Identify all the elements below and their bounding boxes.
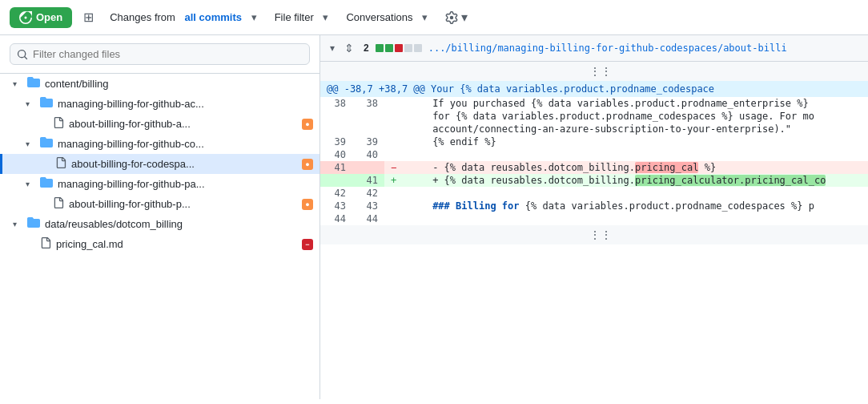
folder-chevron-icon: ▾ <box>13 79 22 88</box>
diff-line: account/connecting-an-azure-subscription… <box>320 123 868 135</box>
folder-chevron-icon: ▾ <box>26 139 35 148</box>
expand-diff-button[interactable]: ⇕ <box>341 40 357 56</box>
changes-caret-icon: ▾ <box>251 11 257 23</box>
file-badge: ● <box>302 159 313 170</box>
tree-item-label: about-billing-for-codespa... <box>71 158 297 170</box>
search-input[interactable] <box>10 43 310 65</box>
folder-icon <box>27 216 40 232</box>
folder-icon <box>40 136 53 152</box>
old-line-num: 42 <box>320 187 352 200</box>
file-tree-sidebar: ▾content/billing▾managing-billing-for-gi… <box>0 35 320 399</box>
tree-item-label: content/billing <box>45 78 313 90</box>
file-badge: − <box>302 239 313 250</box>
old-line-num: 38 <box>320 97 352 110</box>
stat-box-green <box>385 44 393 52</box>
diff-sign <box>384 123 403 135</box>
expand-up-icon: ⋮⋮ <box>589 65 612 78</box>
folder-chevron-icon: ▾ <box>13 220 22 228</box>
old-line-num <box>320 123 352 135</box>
tree-item-content-billing[interactable]: ▾content/billing <box>0 74 319 94</box>
diff-sign: − <box>384 161 403 174</box>
stat-box-gray <box>404 44 412 52</box>
expand-dots-bottom-row[interactable]: ⋮⋮ <box>320 225 868 244</box>
expand-panel-icon[interactable]: ⊞ <box>83 10 94 25</box>
folder-chevron-icon: ▾ <box>26 180 35 188</box>
diff-file-path: .../billing/managing-billing-for-github-… <box>428 42 787 54</box>
diff-line: 41− - {% data reusables.dotcom_billing.p… <box>320 161 868 174</box>
file-icon <box>40 236 51 252</box>
old-line-num: 39 <box>320 135 352 148</box>
file-filter-caret-icon: ▾ <box>323 11 328 23</box>
new-line-num: 41 <box>352 174 384 187</box>
diff-code: If you purchased {% data variables.produ… <box>403 97 868 110</box>
tree-item-label: about-billing-for-github-a... <box>69 118 297 130</box>
new-line-num: 44 <box>352 212 384 225</box>
diff-sign <box>384 148 403 161</box>
new-line-num: 43 <box>352 200 384 212</box>
diff-file-header: ▾ ⇕ 2 .../billing/managing-billing-for-g… <box>320 35 868 62</box>
diff-sign: + <box>384 174 403 187</box>
old-line-num: 43 <box>320 200 352 212</box>
diff-line: 3939 {% endif %} <box>320 135 868 148</box>
tree-item-managing-pa[interactable]: ▾managing-billing-for-github-pa... <box>0 174 319 194</box>
diff-file-count: 2 <box>364 42 369 54</box>
conversations-label: Conversations <box>346 11 412 23</box>
tree-item-label: data/reusables/dotcom_billing <box>45 218 313 230</box>
top-bar: Open ⊞ Changes from all commits ▾ File f… <box>0 0 868 35</box>
diff-line: 41+ + {% data reusables.dotcom_billing.p… <box>320 174 868 187</box>
diff-line: 3838 If you purchased {% data variables.… <box>320 97 868 110</box>
old-line-num: 40 <box>320 148 352 161</box>
stat-box-red <box>395 44 403 52</box>
diff-code: {% endif %} <box>403 135 868 148</box>
folder-icon <box>40 96 53 111</box>
collapse-icon[interactable]: ▾ <box>330 42 335 54</box>
tree-item-label: about-billing-for-github-p... <box>69 198 297 210</box>
open-button[interactable]: Open <box>10 7 72 28</box>
tree-item-label: managing-billing-for-github-co... <box>58 138 313 150</box>
conversations-caret-icon: ▾ <box>422 11 428 23</box>
conversations-dropdown[interactable]: Conversations ▾ <box>341 8 432 26</box>
new-line-num: 42 <box>352 187 384 200</box>
tree-item-about-billing-p[interactable]: about-billing-for-github-p...● <box>0 194 319 214</box>
old-line-num <box>320 174 352 187</box>
diff-sign <box>384 135 403 148</box>
diff-sign <box>384 110 403 123</box>
old-line-num <box>320 110 352 123</box>
search-box <box>0 35 319 74</box>
file-badge: ● <box>302 199 313 210</box>
diff-stats <box>376 44 422 52</box>
diff-code: for {% data variables.product.prodname_c… <box>403 110 868 123</box>
old-line-num: 41 <box>320 161 352 174</box>
tree-item-data-reusables[interactable]: ▾data/reusables/dotcom_billing <box>0 214 319 234</box>
folder-icon <box>27 76 40 91</box>
new-line-num: 38 <box>352 97 384 110</box>
tree-item-about-billing-a[interactable]: about-billing-for-github-a...● <box>0 114 319 134</box>
tree-item-about-codespa[interactable]: about-billing-for-codespa...● <box>0 154 319 174</box>
tree-item-managing-ac[interactable]: ▾managing-billing-for-github-ac... <box>0 94 319 114</box>
stat-box-gray <box>414 44 422 52</box>
diff-sign <box>384 97 403 110</box>
tree-item-pricing-cal[interactable]: pricing_cal.md− <box>0 234 319 254</box>
file-tree: ▾content/billing▾managing-billing-for-gi… <box>0 74 319 254</box>
gear-caret-icon: ▾ <box>461 10 468 25</box>
diff-line: for {% data variables.product.prodname_c… <box>320 110 868 123</box>
new-line-num <box>352 161 384 174</box>
expand-dots-row[interactable]: ⋮⋮ <box>320 62 868 81</box>
tree-item-managing-co[interactable]: ▾managing-billing-for-github-co... <box>0 134 319 154</box>
diff-code: account/connecting-an-azure-subscription… <box>403 123 868 135</box>
diff-line: 4040 <box>320 148 868 161</box>
settings-button[interactable]: ▾ <box>440 6 472 28</box>
diff-sign <box>384 187 403 200</box>
folder-chevron-icon: ▾ <box>26 99 35 108</box>
diff-code <box>403 148 868 161</box>
file-filter-dropdown[interactable]: File filter ▾ <box>270 8 334 26</box>
all-commits-label: all commits <box>185 11 243 23</box>
diff-code: - {% data reusables.dotcom_billing.prici… <box>403 161 868 174</box>
stat-box-green <box>376 44 384 52</box>
file-icon <box>53 196 64 212</box>
changes-dropdown[interactable]: Changes from all commits ▾ <box>105 8 261 26</box>
diff-line: 4343 ### Billing for {% data variables.p… <box>320 200 868 212</box>
folder-icon <box>40 176 53 192</box>
new-line-num <box>352 110 384 123</box>
hunk-header-row: @@ -38,7 +38,7 @@ Your {% data variables… <box>320 81 868 97</box>
